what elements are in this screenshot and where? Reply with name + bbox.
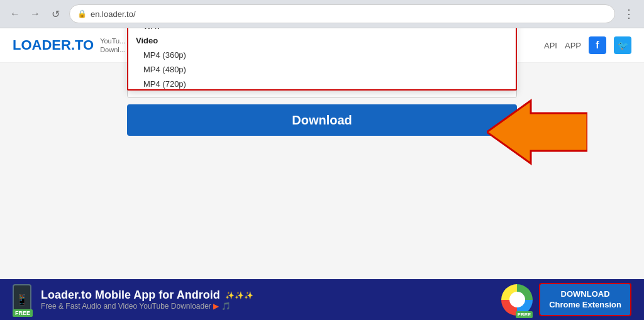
site-logo: LOADER.TO [13, 37, 94, 53]
dropdown-item-mp4-360[interactable]: MP4 (360p) [128, 48, 516, 62]
banner-title: Loader.to Mobile App for Android [41, 289, 220, 302]
download-button[interactable]: Download [127, 104, 517, 136]
browser-menu-button[interactable]: ⋮ [620, 5, 638, 23]
dropdown-item-mp4-720[interactable]: MP4 (720p) [128, 77, 516, 89]
bottom-banner: FREE 📱 Loader.to Mobile App for Android … [0, 279, 644, 320]
dropdown-item-mp4-480[interactable]: MP4 (480p) [128, 62, 516, 77]
free-badge-right: FREE [516, 311, 533, 318]
main-area: Audio MP3 M4A WEBM AAC FLAC OPUS OGG WAV… [0, 63, 644, 148]
svg-marker-0 [487, 101, 587, 163]
dropdown-item-wav[interactable]: WAV [128, 28, 516, 33]
stars-decoration: ✨✨✨ [225, 291, 253, 300]
banner-right: FREE DOWNLOAD Chrome Extension [501, 283, 631, 317]
chrome-extension-button[interactable]: DOWNLOAD Chrome Extension [539, 283, 631, 317]
banner-text-area: Loader.to Mobile App for Android ✨✨✨ Fre… [41, 289, 253, 311]
banner-left: FREE 📱 Loader.to Mobile App for Android … [13, 284, 253, 316]
api-link[interactable]: API [544, 41, 557, 50]
youtube-icon: ▶ [213, 302, 219, 311]
format-section: Audio MP3 M4A WEBM AAC FLAC OPUS OGG WAV… [127, 75, 517, 98]
address-bar[interactable]: 🔒 en.loader.to/ [69, 4, 615, 23]
forward-button[interactable]: → [26, 5, 44, 23]
dropdown-popup[interactable]: Audio MP3 M4A WEBM AAC FLAC OPUS OGG WAV… [127, 28, 517, 91]
app-link[interactable]: APP [565, 41, 581, 50]
browser-chrome: ← → ↺ 🔒 en.loader.to/ ⋮ [0, 0, 644, 28]
arrow-decoration [487, 94, 587, 170]
reload-button[interactable]: ↺ [47, 5, 64, 23]
music-icon: 🎵 [221, 302, 231, 311]
address-text: en.loader.to/ [91, 9, 136, 19]
dropdown-list: Audio MP3 M4A WEBM AAC FLAC OPUS OGG WAV… [128, 28, 516, 89]
logo-area: LOADER.TO YouTu... Downl... [13, 36, 125, 55]
nav-buttons: ← → ↺ [6, 5, 64, 23]
back-button[interactable]: ← [6, 5, 24, 23]
free-badge-left: FREE [13, 309, 33, 317]
facebook-icon[interactable]: f [589, 36, 606, 54]
header-right: API APP f 🐦 [544, 36, 631, 54]
twitter-icon[interactable]: 🐦 [614, 36, 631, 54]
banner-subtitle: Free & Fast Audio and Video YouTube Down… [41, 302, 253, 311]
page-content: LOADER.TO YouTu... Downl... API APP f 🐦 … [0, 28, 644, 320]
video-group-label: Video [128, 33, 516, 48]
logo-subtitle: YouTu... Downl... [100, 36, 125, 55]
